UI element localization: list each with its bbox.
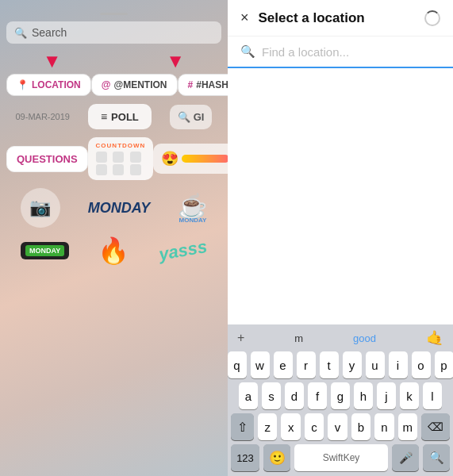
location-search-input[interactable]	[262, 45, 440, 59]
sticker-row-2: 09-MAR-2019 ≡ POLL 🔍 GI	[6, 104, 221, 129]
keyboard-row-2: a s d f g h j k l	[231, 382, 450, 409]
key-p[interactable]: p	[435, 351, 454, 378]
search-icon: 🔍	[14, 27, 27, 39]
loading-spinner	[424, 10, 440, 26]
key-o[interactable]: o	[412, 351, 431, 378]
key-r[interactable]: r	[297, 351, 316, 378]
suggestions-plus[interactable]: +	[237, 331, 244, 345]
sticker-row-1: 📍 LOCATION @ @MENTION # #HASHTAG	[6, 74, 221, 96]
monday-text-sticker[interactable]: MONDAY	[88, 200, 151, 217]
left-search-bar[interactable]: 🔍 Search	[6, 21, 221, 44]
key-t[interactable]: t	[320, 351, 339, 378]
key-y[interactable]: y	[343, 351, 362, 378]
key-e[interactable]: e	[274, 351, 293, 378]
key-s[interactable]: s	[262, 382, 281, 409]
emoji-key[interactable]: 🙂	[263, 444, 290, 471]
mic-key[interactable]: 🎤	[392, 444, 419, 471]
emoji-icon: 🙂	[269, 450, 286, 466]
countdown-grid	[96, 152, 146, 175]
key-w[interactable]: w	[251, 351, 270, 378]
sticker-row-3: QUESTIONS COUNTDOWN 😍	[6, 137, 221, 180]
camera-icon: 📷	[29, 198, 51, 218]
monday-black-label: MONDAY	[25, 245, 64, 256]
key-g[interactable]: g	[331, 382, 350, 409]
key-a[interactable]: a	[239, 382, 258, 409]
key-q[interactable]: q	[228, 351, 247, 378]
search-label: Search	[32, 26, 67, 39]
key-m[interactable]: m	[398, 413, 417, 440]
quiz-sticker[interactable]: 🔍 GI	[170, 105, 213, 129]
close-button[interactable]: ×	[240, 10, 249, 26]
sticker-row-5: MONDAY 🔥 yasss	[6, 236, 221, 266]
key-n[interactable]: n	[374, 413, 393, 440]
camera-sticker[interactable]: 📷	[21, 188, 60, 228]
questions-sticker[interactable]: QUESTIONS	[6, 146, 88, 172]
slider-track	[182, 155, 228, 163]
key-z[interactable]: z	[258, 413, 277, 440]
keyboard-row-1: q w e r t y u i o p	[231, 351, 450, 378]
emoji-slider-sticker[interactable]: 😍	[153, 144, 228, 174]
countdown-sticker[interactable]: COUNTDOWN	[88, 137, 154, 180]
monday-black-sticker[interactable]: MONDAY	[21, 242, 69, 259]
location-pin-icon: 📍	[17, 79, 29, 90]
key-j[interactable]: j	[377, 382, 396, 409]
search-return-icon: 🔍	[429, 451, 444, 465]
return-key[interactable]: 🔍	[423, 444, 450, 471]
keyboard: + m good 🤙 q w e r t y u i o p a s d f g…	[228, 324, 453, 476]
key-u[interactable]: u	[366, 351, 385, 378]
location-sticker[interactable]: 📍 LOCATION	[6, 74, 91, 96]
suggestion-m[interactable]: m	[294, 332, 303, 344]
key-h[interactable]: h	[354, 382, 373, 409]
right-panel: × Select a location 🔍 + m good 🤙 q w e r…	[228, 0, 453, 476]
key-c[interactable]: c	[305, 413, 324, 440]
space-key[interactable]: SwiftKey	[294, 444, 388, 471]
sticker-row-4: 📷 MONDAY ☕ MONDAY	[6, 188, 221, 228]
delete-key[interactable]: ⌫	[421, 413, 450, 440]
key-f[interactable]: f	[308, 382, 327, 409]
shift-key[interactable]: ⇧	[231, 413, 254, 440]
drag-indicator	[6, 6, 221, 18]
panel-title: Select a location	[259, 10, 415, 26]
hashtag-icon: #	[188, 79, 194, 90]
mic-icon: 🎤	[399, 451, 413, 464]
poll-sticker[interactable]: ≡ POLL	[88, 104, 152, 129]
coffee-sticker[interactable]: ☕ MONDAY	[178, 192, 207, 224]
suggestion-good[interactable]: good	[353, 332, 376, 344]
coffee-icon: ☕	[178, 193, 207, 219]
key-d[interactable]: d	[285, 382, 304, 409]
key-k[interactable]: k	[400, 382, 419, 409]
yasss-sticker[interactable]: yasss	[157, 236, 209, 265]
keyboard-suggestions: + m good 🤙	[231, 329, 450, 351]
hashtag-sticker[interactable]: # #HASHTAG	[178, 74, 228, 96]
arrow-location-icon: ▼	[43, 50, 62, 72]
date-sticker[interactable]: 09-MAR-2019	[15, 112, 69, 121]
fire-icon: 🔥	[98, 236, 129, 265]
location-search-container: 🔍	[228, 36, 453, 68]
arrow-hashtag-icon: ▼	[166, 50, 185, 72]
mention-sticker[interactable]: @ @MENTION	[91, 74, 178, 96]
location-panel-header: × Select a location	[228, 0, 453, 36]
location-search-icon: 🔍	[240, 44, 255, 59]
key-i[interactable]: i	[389, 351, 408, 378]
key-v[interactable]: v	[328, 413, 347, 440]
key-b[interactable]: b	[351, 413, 370, 440]
fire-sticker[interactable]: 🔥	[98, 236, 129, 266]
keyboard-row-3: ⇧ z x c v b n m ⌫	[231, 413, 450, 440]
slider-emoji-icon: 😍	[161, 150, 179, 167]
quiz-search-icon: 🔍	[178, 111, 190, 123]
numbers-key[interactable]: 123	[231, 444, 259, 471]
location-results-list	[228, 68, 453, 324]
mention-icon: @	[102, 79, 111, 90]
key-x[interactable]: x	[281, 413, 300, 440]
countdown-label: COUNTDOWN	[96, 142, 146, 149]
key-l[interactable]: l	[423, 382, 442, 409]
suggestion-emoji[interactable]: 🤙	[426, 329, 443, 347]
poll-icon: ≡	[101, 110, 107, 123]
keyboard-bottom-row: 123 🙂 SwiftKey 🎤 🔍	[231, 444, 450, 471]
left-panel: 🔍 Search ▼ ▼ 📍 LOCATION @ @MENTION # #HA…	[0, 0, 228, 476]
